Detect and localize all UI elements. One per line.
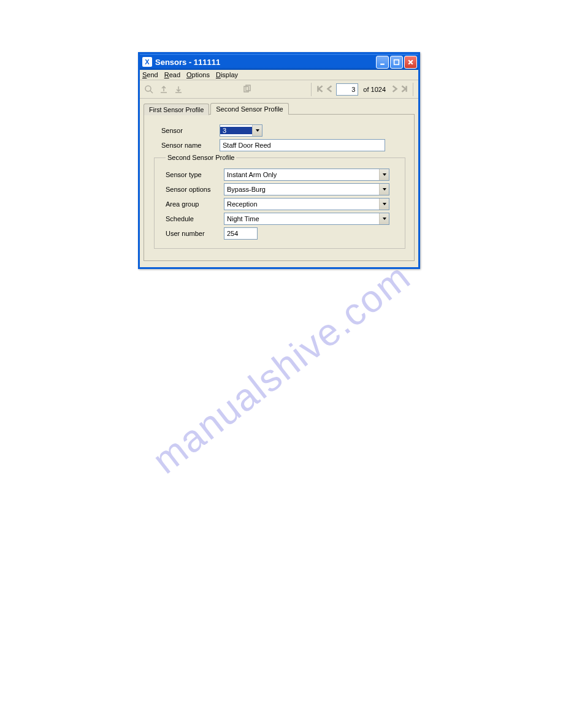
copy-icon bbox=[242, 85, 252, 94]
svg-line-5 bbox=[150, 91, 153, 93]
sensor-options-label: Sensor options bbox=[166, 186, 224, 193]
sensor-combo[interactable]: 3 bbox=[220, 124, 262, 137]
sensors-window: X Sensors - 111111 Send Read Options Dis… bbox=[138, 52, 420, 269]
schedule-label: Schedule bbox=[166, 215, 224, 222]
upload-icon bbox=[159, 85, 169, 94]
menu-display[interactable]: Display bbox=[216, 71, 238, 78]
search-button[interactable] bbox=[144, 84, 155, 95]
close-button[interactable] bbox=[404, 56, 417, 69]
client-area: First Sensor Profile Second Sensor Profi… bbox=[140, 99, 418, 267]
chevron-down-icon bbox=[379, 169, 389, 180]
schedule-value: Night Time bbox=[224, 215, 379, 222]
svg-rect-1 bbox=[394, 59, 399, 64]
window-title: Sensors - 111111 bbox=[155, 58, 220, 67]
sensor-type-label: Sensor type bbox=[166, 171, 224, 178]
sensor-name-input[interactable] bbox=[220, 140, 385, 151]
menu-options[interactable]: Options bbox=[186, 71, 210, 78]
watermark-text: manualshive.com bbox=[144, 254, 419, 482]
chevron-down-icon bbox=[379, 184, 389, 195]
titlebar[interactable]: X Sensors - 111111 bbox=[140, 54, 418, 70]
chevron-down-icon bbox=[379, 199, 389, 210]
tabpanel-second-sensor-profile: Sensor 3 Sensor name Second Sensor Profi… bbox=[144, 114, 415, 261]
tabstrip: First Sensor Profile Second Sensor Profi… bbox=[144, 102, 415, 114]
app-icon: X bbox=[142, 57, 152, 67]
current-record-input[interactable] bbox=[336, 83, 358, 96]
area-group-combo[interactable]: Reception bbox=[224, 198, 389, 210]
copy-button[interactable] bbox=[242, 84, 253, 95]
chevron-down-icon bbox=[379, 213, 389, 224]
chevron-down-icon bbox=[252, 125, 262, 136]
sensor-combo-value: 3 bbox=[220, 127, 252, 134]
sensor-options-combo[interactable]: Bypass-Burg bbox=[224, 183, 389, 195]
maximize-button[interactable] bbox=[390, 56, 403, 69]
next-record-button[interactable] bbox=[391, 85, 398, 94]
tab-second-sensor-profile[interactable]: Second Sensor Profile bbox=[210, 103, 288, 115]
total-records-label: of 1024 bbox=[363, 86, 386, 93]
upload-button[interactable] bbox=[158, 84, 169, 95]
menubar: Send Read Options Display bbox=[140, 70, 418, 80]
user-number-field[interactable] bbox=[224, 227, 258, 240]
download-icon bbox=[174, 85, 183, 94]
area-group-label: Area group bbox=[166, 200, 224, 208]
minimize-button[interactable] bbox=[376, 56, 389, 69]
search-icon bbox=[144, 85, 154, 94]
last-record-button[interactable] bbox=[400, 85, 408, 94]
schedule-combo[interactable]: Night Time bbox=[224, 213, 389, 225]
sensor-label: Sensor bbox=[161, 127, 220, 134]
sensor-type-combo[interactable]: Instant Arm Only bbox=[224, 169, 389, 181]
sensor-name-field[interactable] bbox=[220, 139, 385, 151]
prev-record-button[interactable] bbox=[326, 85, 334, 94]
sensor-options-value: Bypass-Burg bbox=[224, 186, 379, 193]
second-sensor-profile-group: Second Sensor Profile Sensor type Instan… bbox=[154, 154, 405, 249]
record-navigator: of 1024 bbox=[316, 83, 408, 96]
area-group-value: Reception bbox=[224, 200, 379, 208]
menu-read[interactable]: Read bbox=[164, 71, 180, 78]
tab-first-sensor-profile[interactable]: First Sensor Profile bbox=[144, 104, 209, 115]
menu-send[interactable]: Send bbox=[142, 71, 158, 78]
download-button[interactable] bbox=[173, 84, 184, 95]
sensor-type-value: Instant Arm Only bbox=[224, 171, 379, 178]
toolbar: of 1024 bbox=[140, 80, 418, 99]
group-legend: Second Sensor Profile bbox=[166, 154, 236, 161]
sensor-name-label: Sensor name bbox=[161, 142, 220, 149]
svg-point-4 bbox=[145, 86, 151, 91]
close-icon bbox=[407, 59, 414, 66]
maximize-icon bbox=[393, 59, 400, 66]
user-number-label: User number bbox=[166, 230, 224, 237]
user-number-input[interactable] bbox=[224, 228, 257, 239]
minimize-icon bbox=[379, 59, 386, 66]
first-record-button[interactable] bbox=[316, 85, 324, 94]
